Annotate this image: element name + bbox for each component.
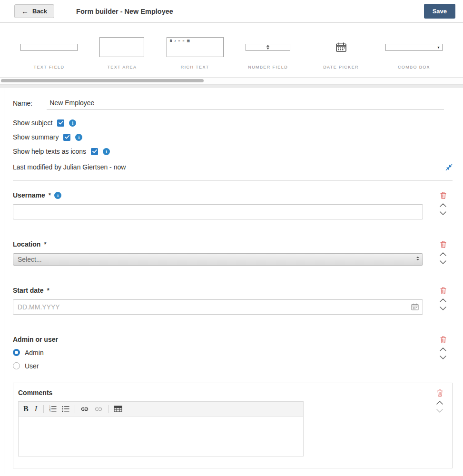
form-name-label: Name: — [13, 99, 32, 107]
required-mark: * — [47, 287, 49, 294]
location-select[interactable]: Select... — [13, 253, 423, 266]
move-field-up-icon[interactable] — [440, 252, 446, 256]
rich-text-editor: B I 123 — [18, 401, 304, 456]
move-field-down-icon[interactable] — [440, 211, 446, 215]
radio-option-admin[interactable]: Admin — [13, 348, 423, 357]
palette-item-number-field[interactable]: NUMBER FIELD — [232, 34, 304, 69]
username-actions — [433, 191, 453, 219]
save-button[interactable]: Save — [424, 4, 455, 19]
required-mark: * — [49, 191, 51, 199]
palette-item-label: TEXT AREA — [107, 65, 137, 69]
info-icon[interactable]: i — [69, 119, 76, 127]
form-builder-app: ← Back Form builder - New Employee Save … — [0, 0, 463, 474]
info-icon[interactable]: i — [54, 192, 61, 199]
last-modified-text: Last modified by Julian Giertsen - now — [13, 163, 126, 171]
show-help-texts-label: Show help texts as icons — [13, 148, 86, 155]
show-summary-checkbox[interactable] — [63, 134, 70, 141]
italic-button[interactable]: I — [34, 405, 38, 413]
palette-scrollbar-thumb[interactable] — [1, 79, 204, 82]
field-start-date: Start date * — [13, 287, 453, 315]
info-icon[interactable]: i — [103, 148, 110, 155]
unlink-button[interactable] — [94, 407, 103, 412]
editor-toolbar: B I 123 — [18, 401, 304, 416]
text-area-icon — [99, 34, 144, 60]
start-date-label-row: Start date * — [13, 287, 423, 294]
admin-or-user-label: Admin or user — [13, 336, 58, 343]
delete-field-icon[interactable] — [440, 192, 446, 199]
form-name-row: Name: — [13, 98, 453, 110]
ordered-list-button[interactable]: 123 — [49, 406, 57, 412]
back-button[interactable]: ← Back — [14, 4, 54, 18]
radio-selected-icon[interactable] — [13, 349, 20, 356]
delete-field-icon[interactable] — [437, 389, 443, 397]
show-subject-checkbox[interactable] — [57, 119, 64, 127]
location-label: Location — [13, 240, 40, 248]
info-icon[interactable]: i — [75, 134, 82, 141]
rich-text-icon: BI≡≡▦ — [167, 34, 224, 60]
insert-table-button[interactable] — [114, 406, 122, 412]
svg-text:3: 3 — [49, 410, 51, 412]
move-field-down-icon[interactable] — [440, 260, 446, 264]
move-field-up-icon[interactable] — [436, 401, 443, 405]
location-select-value: Select... — [18, 256, 42, 263]
bullet-list-button[interactable] — [62, 406, 69, 412]
move-field-down-icon[interactable] — [440, 356, 446, 359]
radio-admin-label: Admin — [25, 349, 44, 357]
palette-item-text-field[interactable]: TEXT FIELD — [13, 34, 85, 69]
start-date-label: Start date — [13, 287, 44, 294]
calendar-icon — [336, 34, 346, 60]
toolbar-separator — [108, 405, 108, 413]
start-date-input[interactable] — [13, 299, 423, 315]
move-field-up-icon[interactable] — [440, 203, 446, 207]
radio-unselected-icon[interactable] — [13, 362, 20, 369]
link-button[interactable] — [80, 407, 89, 412]
comments-label-row: Comments — [18, 389, 420, 397]
form-fields-list: Username * i — [13, 191, 453, 468]
section-divider-band — [0, 84, 463, 88]
admin-or-user-label-row: Admin or user — [13, 336, 423, 343]
calendar-icon[interactable] — [411, 303, 419, 310]
location-label-row: Location * — [13, 240, 423, 248]
show-help-texts-row: Show help texts as icons i — [13, 147, 453, 156]
show-subject-label: Show subject — [13, 119, 52, 127]
palette-scrollbar-track[interactable] — [0, 78, 463, 84]
field-comments: Comments B I 123 — [13, 383, 453, 468]
radio-option-user[interactable]: User — [13, 361, 423, 370]
bold-button[interactable]: B — [23, 405, 29, 413]
palette-item-label: TEXT FIELD — [34, 65, 65, 69]
palette-item-combo-box[interactable]: ▼ COMBO BOX — [378, 34, 450, 69]
username-input[interactable] — [13, 204, 423, 219]
page-title: Form builder - New Employee — [76, 8, 173, 15]
username-label-row: Username * i — [13, 191, 423, 199]
move-field-down-icon[interactable] — [440, 307, 446, 310]
editor-content-area[interactable] — [18, 416, 304, 456]
delete-field-icon[interactable] — [440, 287, 446, 294]
form-name-input[interactable] — [47, 98, 444, 110]
field-type-palette: TEXT FIELD TEXT AREA BI≡≡▦ RICH TEXT NUM… — [0, 23, 463, 78]
palette-item-rich-text[interactable]: BI≡≡▦ RICH TEXT — [159, 34, 231, 69]
combo-box-icon: ▼ — [385, 34, 443, 60]
move-field-up-icon[interactable] — [440, 347, 446, 351]
field-username: Username * i — [13, 191, 453, 219]
required-mark: * — [44, 240, 46, 248]
move-field-up-icon[interactable] — [440, 298, 446, 302]
palette-item-label: DATE PICKER — [323, 65, 359, 69]
delete-field-icon[interactable] — [440, 241, 446, 248]
palette-item-date-picker[interactable]: DATE PICKER — [305, 34, 377, 69]
collapse-icon[interactable] — [445, 164, 453, 171]
top-bar: ← Back Form builder - New Employee Save — [0, 0, 463, 23]
show-summary-label: Show summary — [13, 133, 59, 141]
username-label: Username — [13, 191, 45, 199]
text-field-icon — [20, 34, 78, 60]
comments-actions — [430, 389, 449, 461]
palette-item-label: RICH TEXT — [181, 65, 209, 69]
admin-or-user-actions — [433, 336, 453, 370]
show-help-texts-checkbox[interactable] — [91, 148, 98, 155]
move-field-down-icon-disabled[interactable] — [436, 409, 443, 413]
delete-field-icon[interactable] — [440, 336, 446, 343]
admin-or-user-radio-group: Admin User — [13, 348, 423, 370]
palette-item-label: NUMBER FIELD — [248, 65, 288, 69]
field-location: Location * Select... — [13, 240, 453, 266]
last-modified-row: Last modified by Julian Giertsen - now — [13, 163, 453, 171]
palette-item-text-area[interactable]: TEXT AREA — [86, 34, 158, 69]
